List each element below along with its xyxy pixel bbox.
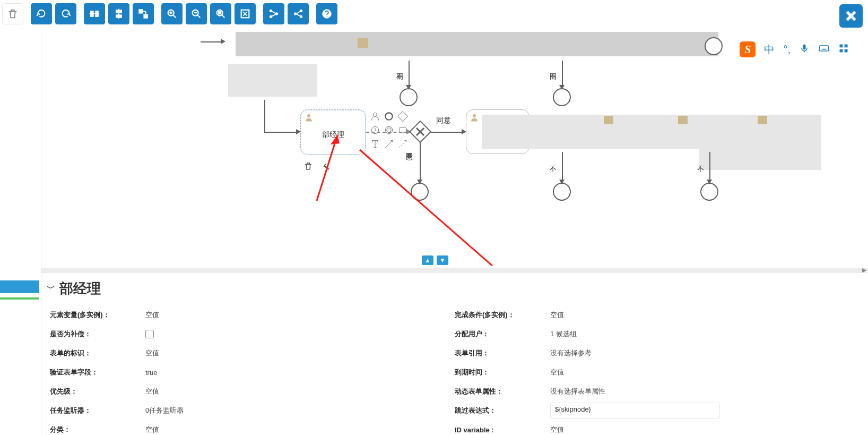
censor	[678, 116, 688, 124]
ime-logo-icon[interactable]: S	[740, 41, 756, 57]
prop-row[interactable]: 元素变量(多实例)：空值	[50, 305, 455, 325]
svg-rect-35	[840, 49, 843, 52]
split-button[interactable]	[263, 3, 284, 24]
properties-title: 部经理	[59, 279, 101, 298]
prop-label: 跳过表达式：	[455, 406, 550, 415]
svg-line-39	[360, 150, 621, 266]
task-wrench-icon[interactable]	[320, 161, 330, 173]
ctx-user-icon[interactable]	[369, 110, 381, 122]
scroll-right-icon[interactable]: ▶	[861, 267, 868, 274]
svg-point-23	[385, 113, 392, 120]
prop-value: true	[145, 369, 157, 377]
prop-row[interactable]: 到期时间：空值	[455, 363, 860, 382]
zoom-in-button[interactable]	[161, 3, 183, 24]
panel-down-button[interactable]: ▼	[437, 255, 448, 265]
end-event[interactable]	[700, 183, 718, 201]
label-agree: 同意	[436, 116, 451, 125]
diagram-canvas[interactable]: 不同 不同 部经理 同意 不同意	[41, 32, 868, 266]
palette-item-active[interactable]	[0, 280, 39, 293]
redo-button[interactable]	[31, 3, 52, 24]
prop-value: 空值	[550, 368, 564, 377]
ctx-intermediate-icon[interactable]	[383, 124, 395, 136]
close-button[interactable]	[839, 4, 863, 28]
end-event[interactable]	[553, 88, 571, 106]
prop-value: 空值	[550, 425, 564, 434]
prop-label: ID variable :	[455, 426, 550, 434]
exclusive-gateway[interactable]	[409, 120, 432, 143]
skip-expression-input[interactable]: ${skipnode}	[550, 403, 720, 419]
ctx-assoc-icon[interactable]	[397, 138, 409, 150]
horizontal-scrollbar[interactable]: ◀ ▶	[41, 266, 868, 275]
same-size-button[interactable]	[133, 3, 154, 24]
sequence-flow	[409, 61, 410, 88]
checkbox[interactable]	[145, 330, 154, 338]
svg-rect-7	[144, 14, 147, 18]
panel-up-button[interactable]: ▲	[422, 255, 433, 265]
scroll-track[interactable]	[41, 268, 868, 273]
prop-row[interactable]: 完成条件(多实例)：空值	[455, 305, 860, 325]
prop-row[interactable]: 优先级：空值	[50, 382, 455, 401]
prop-row[interactable]: 验证表单字段：true	[50, 363, 455, 382]
prop-row[interactable]: 表单的标识：空值	[50, 344, 455, 363]
svg-point-21	[307, 114, 310, 117]
zoom-out-button[interactable]	[186, 3, 207, 24]
task-label: 部经理	[301, 130, 366, 140]
ime-punct[interactable]: °,	[783, 44, 791, 56]
user-task-selected[interactable]: 部经理	[300, 109, 366, 155]
svg-rect-31	[803, 44, 806, 49]
branch-button[interactable]	[288, 3, 309, 24]
svg-rect-11	[218, 11, 221, 14]
svg-rect-32	[820, 46, 829, 51]
panel-toggle: ▲ ▼	[422, 255, 448, 265]
sequence-flow	[201, 41, 222, 42]
ime-lang[interactable]: 中	[764, 42, 775, 57]
prop-row[interactable]: 表单引用：没有选择参考	[455, 344, 860, 363]
sequence-flow	[420, 142, 421, 182]
keyboard-icon[interactable]	[818, 43, 830, 56]
undo-button[interactable]	[55, 3, 76, 24]
ctx-text-icon[interactable]	[369, 138, 381, 150]
prop-row[interactable]: 分配用户：1 候选组	[455, 325, 860, 344]
zoom-actual-button[interactable]	[235, 3, 256, 24]
prop-label: 分配用户：	[455, 329, 550, 339]
prop-row[interactable]: 分类：空值	[50, 420, 455, 435]
properties-header[interactable]: ﹀ 部经理	[41, 277, 868, 305]
grid-icon[interactable]	[838, 43, 849, 56]
prop-label: 到期时间：	[455, 368, 550, 377]
prop-row[interactable]: 是否为补偿：	[50, 325, 455, 344]
mic-icon[interactable]	[799, 43, 810, 56]
delete-button[interactable]	[2, 3, 23, 24]
ctx-end-icon[interactable]	[383, 110, 395, 122]
ctx-gateway-icon[interactable]	[397, 110, 409, 122]
task-delete-icon[interactable]	[303, 161, 313, 173]
align-v-button[interactable]	[108, 3, 129, 24]
prop-label: 表单的标识：	[50, 348, 145, 358]
zoom-fit-button[interactable]	[210, 3, 231, 24]
help-button[interactable]	[316, 3, 337, 24]
prop-label: 是否为补偿：	[50, 329, 145, 339]
align-h-button[interactable]	[84, 3, 105, 24]
ctx-timer-icon[interactable]	[369, 124, 381, 136]
prop-row[interactable]: 跳过表达式：${skipnode}	[455, 401, 860, 420]
prop-label: 优先级：	[50, 387, 145, 396]
censor	[482, 115, 821, 149]
end-event[interactable]	[705, 37, 723, 55]
censor	[236, 32, 718, 56]
end-event[interactable]	[400, 88, 418, 106]
chevron-down-icon: ﹀	[47, 283, 55, 294]
sequence-flow	[431, 132, 464, 133]
prop-row[interactable]: 任务监听器：0任务监听器	[50, 401, 455, 420]
ime-toolbar: S 中 °,	[734, 40, 854, 58]
prop-row[interactable]: 动态表单属性：没有选择表单属性	[455, 382, 860, 401]
censor	[358, 38, 368, 48]
end-event[interactable]	[553, 183, 571, 201]
prop-row[interactable]: ID variable :空值	[455, 420, 860, 435]
censor	[758, 116, 767, 124]
censor	[699, 149, 821, 170]
sequence-flow	[264, 100, 265, 132]
prop-value: 空值	[145, 387, 159, 396]
end-event[interactable]	[411, 183, 429, 201]
ctx-connect-icon[interactable]	[383, 138, 395, 150]
svg-rect-34	[845, 44, 848, 47]
prop-label: 验证表单字段：	[50, 368, 145, 377]
